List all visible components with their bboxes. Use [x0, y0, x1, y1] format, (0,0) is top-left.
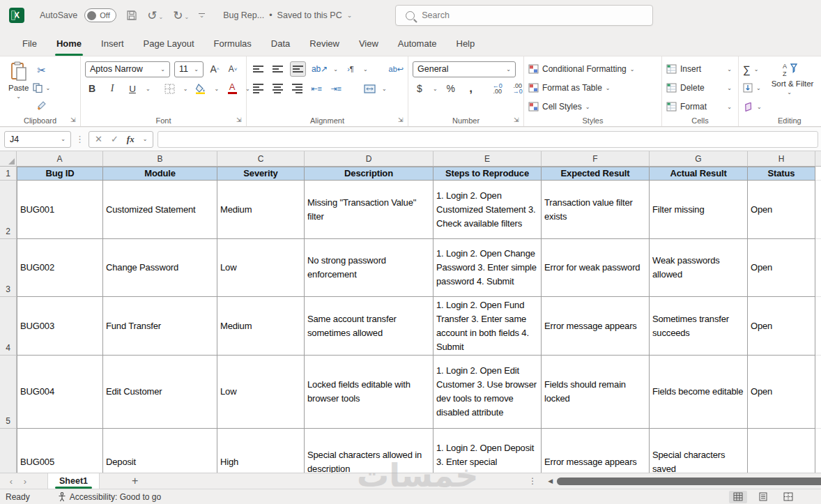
select-all-button[interactable]: [0, 151, 17, 166]
sort-filter-button[interactable]: A Z Sort & Filter ⌄: [767, 60, 812, 115]
normal-view-button[interactable]: [729, 491, 747, 503]
row-number[interactable]: 6: [0, 429, 17, 473]
decrease-indent-button[interactable]: ⇤≡: [309, 81, 323, 96]
column-header[interactable]: E: [433, 151, 542, 166]
cell-module[interactable]: Deposit: [103, 429, 217, 473]
cell-bug-id[interactable]: BUG003: [17, 297, 103, 356]
save-button[interactable]: [126, 10, 137, 21]
cell-actual[interactable]: Weak passwords allowed: [650, 239, 748, 297]
formula-bar-handle[interactable]: ⋮: [75, 134, 84, 144]
cell-expected[interactable]: Error for weak password: [542, 239, 650, 297]
redo-button[interactable]: ↻ ⌄: [173, 8, 189, 23]
middle-align-button[interactable]: [270, 61, 284, 77]
alignment-dialog-launcher[interactable]: [398, 117, 405, 124]
copy-chevron-icon[interactable]: ⌄: [45, 85, 50, 91]
cell-severity[interactable]: Medium: [217, 297, 305, 356]
underline-chevron-icon[interactable]: ⌄: [146, 86, 151, 92]
cell-description[interactable]: Locked fields editable with browser tool…: [305, 356, 433, 429]
undo-chevron-icon[interactable]: ⌄: [158, 14, 163, 20]
bold-button[interactable]: B: [85, 81, 99, 96]
ribbon-tab[interactable]: View: [349, 33, 388, 54]
cells-menu-button[interactable]: Format ⌄: [666, 98, 732, 115]
ribbon-tab[interactable]: Data: [261, 33, 300, 54]
font-color-button[interactable]: A: [225, 81, 239, 96]
styles-menu-button[interactable]: Conditional Formatting ⌄: [528, 61, 657, 77]
row-number[interactable]: 4: [0, 297, 17, 356]
cell-severity[interactable]: Low: [217, 356, 305, 429]
cell-steps[interactable]: 1. Login 2. Open Deposit 3. Enter specia…: [433, 429, 542, 473]
comma-style-button[interactable]: ,: [464, 81, 478, 96]
paste-chevron-icon[interactable]: ⌄: [16, 93, 21, 100]
ribbon-tab[interactable]: Insert: [91, 33, 134, 54]
cell-status[interactable]: [748, 429, 815, 473]
cell-bug-id[interactable]: BUG004: [17, 356, 103, 429]
row-number[interactable]: 1: [0, 167, 17, 181]
format-painter-button[interactable]: [33, 98, 50, 113]
column-header[interactable]: B: [103, 151, 217, 166]
cell-status[interactable]: Open: [748, 356, 815, 429]
italic-button[interactable]: I: [105, 81, 119, 96]
row-number[interactable]: 5: [0, 356, 17, 429]
merge-center-chevron-icon[interactable]: ⌄: [382, 86, 387, 92]
header-cell-severity[interactable]: Severity: [217, 167, 305, 181]
cell-steps[interactable]: 1. Login 2. Open Change Password 3. Ente…: [433, 239, 542, 297]
fx-chevron-icon[interactable]: ⌄: [143, 136, 148, 142]
scrollbar-thumb[interactable]: [557, 478, 821, 485]
sheet-tab[interactable]: Sheet1: [47, 473, 100, 489]
quick-access-more-button[interactable]: ⌄: [199, 13, 205, 17]
align-right-button[interactable]: [290, 81, 304, 96]
copy-button[interactable]: ⌄: [33, 80, 50, 96]
borders-button[interactable]: [163, 81, 177, 96]
header-cell-actual[interactable]: Actual Result: [650, 167, 748, 181]
increase-indent-button[interactable]: ⇥≡: [329, 81, 343, 96]
cell-status[interactable]: Open: [748, 239, 815, 297]
fill-color-button[interactable]: [194, 81, 208, 96]
decrease-decimal-button[interactable]: .00→0: [511, 81, 525, 96]
column-header[interactable]: F: [542, 151, 650, 166]
page-layout-view-button[interactable]: [754, 491, 772, 503]
ribbon-tab[interactable]: Formulas: [204, 33, 261, 54]
ribbon-tab[interactable]: Home: [47, 33, 91, 54]
header-cell-status[interactable]: Status: [748, 167, 815, 181]
increase-decimal-button[interactable]: ←0.00: [491, 81, 505, 96]
number-format-select[interactable]: General ⌄: [413, 61, 516, 77]
cut-button[interactable]: ✂: [33, 63, 50, 78]
cell-expected[interactable]: Error message appears: [542, 429, 650, 473]
cell-actual[interactable]: Sometimes transfer succeeds: [650, 297, 748, 356]
percent-style-button[interactable]: %: [444, 81, 458, 96]
ribbon-tab[interactable]: Review: [300, 33, 349, 54]
ribbon-tab[interactable]: Help: [447, 33, 485, 54]
cell-status[interactable]: Open: [748, 181, 815, 239]
cell-severity[interactable]: High: [217, 429, 305, 473]
fill-color-chevron-icon[interactable]: ⌄: [214, 86, 219, 92]
ribbon-tab[interactable]: Page Layout: [134, 33, 204, 54]
cells-menu-button[interactable]: Delete ⌄: [666, 79, 732, 96]
cell-steps[interactable]: 1. Login 2. Open Fund Transfer 3. Enter …: [433, 297, 542, 356]
document-title[interactable]: Bug Rep... • Saved to this PC ⌄: [223, 10, 352, 20]
font-size-select[interactable]: 11 ⌄: [174, 61, 204, 77]
redo-chevron-icon[interactable]: ⌄: [184, 14, 189, 20]
cell-bug-id[interactable]: BUG002: [17, 239, 103, 297]
find-select-button[interactable]: Find & Select: [813, 60, 821, 115]
page-break-view-button[interactable]: [779, 491, 797, 503]
ribbon-tab[interactable]: File: [13, 33, 47, 54]
clipboard-dialog-launcher[interactable]: [70, 117, 77, 124]
cell-bug-id[interactable]: BUG001: [17, 181, 103, 239]
cell-steps[interactable]: 1. Login 2. Open Customized Statement 3.…: [433, 181, 542, 239]
header-cell-description[interactable]: Description: [305, 167, 433, 181]
header-cell-module[interactable]: Module: [103, 167, 217, 181]
cell-description[interactable]: Same account transfer sometimes allowed: [305, 297, 433, 356]
decrease-font-button[interactable]: A˅: [226, 61, 240, 77]
borders-chevron-icon[interactable]: ⌄: [183, 86, 188, 92]
cell-steps[interactable]: 1. Login 2. Open Edit Customer 3. Use br…: [433, 356, 542, 429]
column-header[interactable]: H: [748, 151, 815, 166]
header-cell-steps[interactable]: Steps to Reproduce: [433, 167, 542, 181]
row-number[interactable]: 3: [0, 239, 17, 297]
cell-module[interactable]: Edit Customer: [103, 356, 217, 429]
cells-menu-button[interactable]: Insert ⌄: [666, 61, 732, 77]
cell-severity[interactable]: Medium: [217, 181, 305, 239]
cell-actual[interactable]: Special characters saved: [650, 429, 748, 473]
cell-expected[interactable]: Error message appears: [542, 297, 650, 356]
top-align-button[interactable]: [251, 61, 265, 77]
cell-description[interactable]: No strong password enforcement: [305, 239, 433, 297]
